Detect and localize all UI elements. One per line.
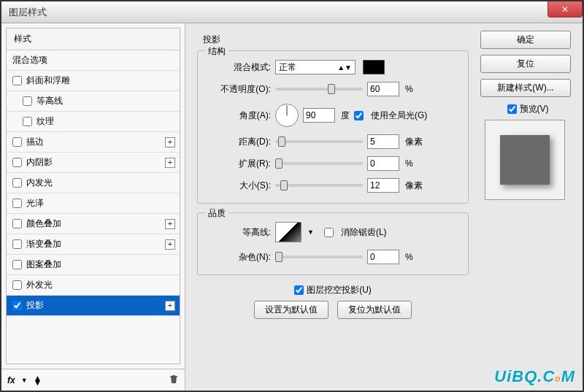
add-effect-icon[interactable]: + bbox=[165, 137, 175, 147]
preview-box bbox=[485, 120, 565, 200]
contour-picker[interactable] bbox=[275, 222, 301, 242]
antialias-label: 消除锯齿(L) bbox=[341, 226, 387, 239]
style-item-checkbox[interactable] bbox=[12, 158, 22, 167]
preview-swatch bbox=[500, 135, 550, 185]
angle-input[interactable] bbox=[303, 108, 335, 123]
trash-icon[interactable] bbox=[169, 374, 179, 386]
angle-dial[interactable] bbox=[275, 104, 299, 127]
noise-slider[interactable] bbox=[275, 255, 363, 258]
distance-label: 距离(D): bbox=[210, 136, 271, 148]
spread-label: 扩展(R): bbox=[210, 158, 271, 170]
panel-title: 投影 bbox=[203, 34, 469, 46]
style-item-label: 光泽 bbox=[26, 197, 44, 210]
opacity-input[interactable] bbox=[367, 82, 399, 96]
style-item-10[interactable]: 外发光 bbox=[7, 275, 180, 296]
preview-label: 预览(V) bbox=[520, 103, 549, 115]
fx-icon[interactable]: fx bbox=[7, 375, 15, 385]
style-item-11[interactable]: 投影+ bbox=[7, 296, 180, 316]
style-item-0[interactable]: 斜面和浮雕 bbox=[7, 71, 180, 91]
noise-unit: % bbox=[405, 252, 413, 262]
opacity-slider[interactable] bbox=[275, 88, 363, 91]
dialog-window: 图层样式 ✕ 样式 混合选项 斜面和浮雕等高线纹理描边+内阴影+内发光光泽颜色叠… bbox=[0, 0, 584, 392]
close-icon: ✕ bbox=[561, 4, 569, 15]
style-item-checkbox[interactable] bbox=[12, 76, 22, 85]
style-item-checkbox[interactable] bbox=[12, 199, 22, 208]
structure-legend: 结构 bbox=[205, 45, 228, 58]
noise-input[interactable] bbox=[367, 250, 399, 264]
style-item-label: 纹理 bbox=[36, 115, 54, 128]
cancel-button[interactable]: 复位 bbox=[480, 55, 571, 73]
ok-button[interactable]: 确定 bbox=[480, 31, 571, 49]
opacity-unit: % bbox=[405, 84, 413, 94]
style-item-6[interactable]: 光泽 bbox=[7, 193, 180, 214]
size-label: 大小(S): bbox=[210, 180, 271, 192]
opacity-label: 不透明度(O): bbox=[210, 83, 271, 96]
set-default-button[interactable]: 设置为默认值 bbox=[254, 301, 328, 319]
style-item-checkbox[interactable] bbox=[12, 301, 22, 310]
style-item-checkbox[interactable] bbox=[12, 219, 22, 228]
add-effect-icon[interactable]: + bbox=[165, 158, 175, 168]
blend-options-label: 混合选项 bbox=[12, 54, 47, 66]
noise-label: 杂色(N): bbox=[210, 251, 271, 264]
options-panel: 投影 结构 混合模式: 正常 ▲▼ 不透明度(O): % bbox=[185, 23, 480, 391]
main-area: 样式 混合选项 斜面和浮雕等高线纹理描边+内阴影+内发光光泽颜色叠加+渐变叠加+… bbox=[1, 23, 583, 391]
shadow-color-swatch[interactable] bbox=[363, 60, 385, 74]
preview-checkbox[interactable] bbox=[507, 104, 517, 114]
size-slider[interactable] bbox=[275, 184, 363, 187]
style-item-checkbox[interactable] bbox=[12, 280, 22, 290]
titlebar: 图层样式 ✕ bbox=[1, 1, 583, 23]
structure-group: 结构 混合模式: 正常 ▲▼ 不透明度(O): % 角度(A): bbox=[197, 50, 469, 204]
blend-mode-label: 混合模式: bbox=[210, 61, 271, 74]
style-item-checkbox[interactable] bbox=[12, 260, 22, 269]
distance-slider[interactable] bbox=[275, 140, 363, 143]
style-item-5[interactable]: 内发光 bbox=[7, 173, 180, 193]
style-item-label: 内发光 bbox=[26, 177, 53, 189]
style-item-checkbox[interactable] bbox=[12, 239, 22, 249]
chevron-updown-icon: ▲▼ bbox=[337, 64, 352, 72]
knockout-checkbox[interactable] bbox=[294, 285, 304, 295]
reset-default-button[interactable]: 复位为默认值 bbox=[337, 301, 412, 319]
style-item-1[interactable]: 等高线 bbox=[7, 91, 180, 112]
quality-legend: 品质 bbox=[205, 207, 228, 220]
style-item-8[interactable]: 渐变叠加+ bbox=[7, 234, 180, 255]
new-style-button[interactable]: 新建样式(W)... bbox=[480, 79, 571, 97]
style-item-label: 投影 bbox=[26, 299, 44, 312]
style-item-label: 等高线 bbox=[36, 95, 63, 107]
global-light-checkbox[interactable] bbox=[354, 111, 364, 120]
style-item-checkbox[interactable] bbox=[23, 117, 32, 126]
contour-dropdown-icon[interactable]: ▼ bbox=[307, 228, 314, 236]
style-item-3[interactable]: 描边+ bbox=[7, 132, 180, 153]
style-list-header: 样式 bbox=[7, 28, 180, 50]
contour-label: 等高线: bbox=[210, 226, 271, 239]
style-item-label: 外发光 bbox=[26, 279, 53, 291]
spread-input[interactable] bbox=[367, 156, 399, 171]
close-button[interactable]: ✕ bbox=[548, 1, 583, 18]
add-effect-icon[interactable]: + bbox=[165, 219, 175, 229]
style-item-label: 斜面和浮雕 bbox=[26, 74, 70, 87]
style-item-checkbox[interactable] bbox=[12, 178, 22, 188]
add-effect-icon[interactable]: + bbox=[165, 239, 175, 250]
move-up-down-icon[interactable]: ▲▼ bbox=[34, 376, 42, 385]
style-item-checkbox[interactable] bbox=[23, 96, 32, 106]
style-item-7[interactable]: 颜色叠加+ bbox=[7, 214, 180, 234]
antialias-checkbox[interactable] bbox=[324, 228, 334, 237]
style-item-label: 渐变叠加 bbox=[26, 238, 61, 250]
style-item-label: 图案叠加 bbox=[26, 258, 61, 271]
angle-label: 角度(A): bbox=[210, 109, 271, 122]
size-input[interactable] bbox=[367, 178, 399, 193]
blend-options-item[interactable]: 混合选项 bbox=[7, 50, 180, 71]
sidebar: 样式 混合选项 斜面和浮雕等高线纹理描边+内阴影+内发光光泽颜色叠加+渐变叠加+… bbox=[1, 23, 185, 391]
style-item-2[interactable]: 纹理 bbox=[7, 112, 180, 132]
add-effect-icon[interactable]: + bbox=[165, 301, 175, 311]
style-item-4[interactable]: 内阴影+ bbox=[7, 153, 180, 173]
distance-input[interactable] bbox=[367, 134, 399, 149]
style-item-9[interactable]: 图案叠加 bbox=[7, 255, 180, 275]
size-unit: 像素 bbox=[405, 180, 423, 192]
spread-slider[interactable] bbox=[275, 162, 363, 165]
global-light-label: 使用全局光(G) bbox=[371, 109, 427, 122]
distance-unit: 像素 bbox=[405, 136, 423, 148]
blend-mode-value: 正常 bbox=[279, 61, 296, 74]
blend-mode-select[interactable]: 正常 ▲▼ bbox=[275, 60, 356, 74]
fx-dropdown-icon[interactable]: ▼ bbox=[21, 377, 28, 384]
style-item-checkbox[interactable] bbox=[12, 137, 22, 147]
